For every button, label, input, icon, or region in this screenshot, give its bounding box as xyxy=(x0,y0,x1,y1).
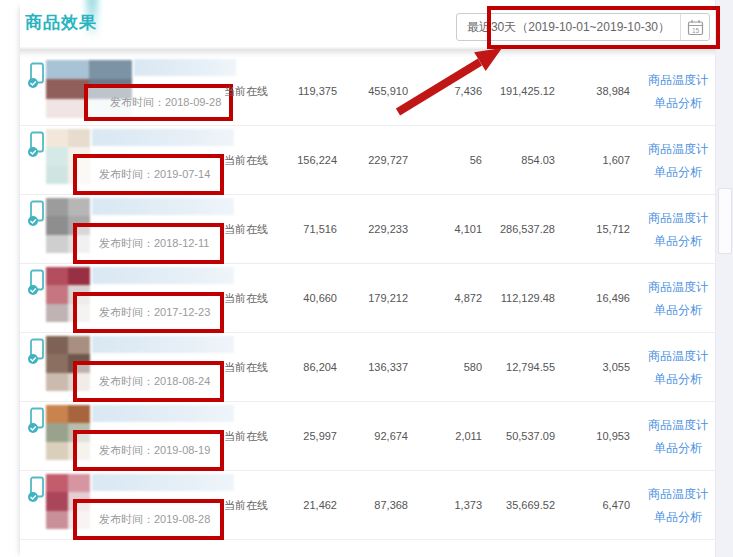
metric-value-3: 4,872 xyxy=(418,264,482,332)
row-actions: 商品温度计 单品分析 xyxy=(638,57,718,125)
publish-date: 发布时间：2018-09-28 xyxy=(88,95,221,110)
metric-value-3: 2,011 xyxy=(418,402,482,470)
product-effect-panel: 商品效果 最近30天（2019-10-01~2019-10-30） 15 xyxy=(20,0,715,557)
metric-value-4: 112,129.48 xyxy=(482,264,555,332)
link-product-thermometer[interactable]: 商品温度计 xyxy=(648,346,708,366)
metric-value-1: 21,462 xyxy=(260,471,337,539)
product-row: 发布时间：2019-07-14 当前在线 156,224 229,727 56 … xyxy=(20,126,715,195)
device-check-icon xyxy=(27,407,47,434)
link-product-thermometer[interactable]: 商品温度计 xyxy=(648,415,708,435)
link-product-thermometer[interactable]: 商品温度计 xyxy=(648,208,708,228)
metric-value-4: 286,537.28 xyxy=(482,195,555,263)
metric-value-3: 7,436 xyxy=(418,57,482,125)
product-title-blurred xyxy=(92,267,234,284)
metric-value-2: 455,910 xyxy=(342,57,408,125)
metric-value-4: 854.03 xyxy=(482,126,555,194)
metric-value-4: 12,794.55 xyxy=(482,333,555,401)
row-actions: 商品温度计 单品分析 xyxy=(638,333,718,401)
metric-value-1: 86,204 xyxy=(260,333,337,401)
product-title-blurred xyxy=(92,129,234,146)
device-check-icon xyxy=(27,200,47,227)
metric-value-3: 1,373 xyxy=(418,471,482,539)
device-check-icon xyxy=(27,131,47,158)
publish-date: 发布时间：2019-08-28 xyxy=(77,512,210,527)
link-single-product-analysis[interactable]: 单品分析 xyxy=(654,507,702,527)
metric-value-1: 40,660 xyxy=(260,264,337,332)
publish-date: 发布时间：2018-08-24 xyxy=(77,374,210,389)
annotation-box-publish-date: 发布时间：2018-09-28 xyxy=(84,84,233,121)
product-row: 发布时间：2019-08-28 当前在线 21,462 87,368 1,373… xyxy=(20,471,715,540)
annotation-box-publish-date: 发布时间：2019-08-28 xyxy=(73,499,224,540)
metric-value-2: 229,727 xyxy=(342,126,408,194)
annotation-box-publish-date: 发布时间：2019-08-19 xyxy=(73,430,224,471)
publish-date: 发布时间：2019-08-19 xyxy=(77,443,210,458)
date-range-picker[interactable]: 最近30天（2019-10-01~2019-10-30） 15 xyxy=(456,13,710,41)
product-row: 发布时间：2019-08-19 当前在线 25,997 92,674 2,011… xyxy=(20,402,715,471)
product-title-blurred xyxy=(92,474,234,491)
metric-value-3: 580 xyxy=(418,333,482,401)
product-title-blurred xyxy=(134,59,236,76)
link-single-product-analysis[interactable]: 单品分析 xyxy=(654,369,702,389)
metric-value-5: 6,470 xyxy=(567,471,630,539)
panel-header: 商品效果 最近30天（2019-10-01~2019-10-30） 15 xyxy=(20,0,715,44)
product-row: 发布时间：2018-12-11 当前在线 71,516 229,233 4,10… xyxy=(20,195,715,264)
annotation-box-publish-date: 发布时间：2017-12-23 xyxy=(73,292,224,333)
metric-value-3: 4,101 xyxy=(418,195,482,263)
product-row: 发布时间：2017-12-23 当前在线 40,660 179,212 4,87… xyxy=(20,264,715,333)
link-single-product-analysis[interactable]: 单品分析 xyxy=(654,231,702,251)
link-product-thermometer[interactable]: 商品温度计 xyxy=(648,277,708,297)
link-single-product-analysis[interactable]: 单品分析 xyxy=(654,438,702,458)
metric-value-1: 156,224 xyxy=(260,126,337,194)
metric-value-4: 50,537.09 xyxy=(482,402,555,470)
annotation-box-publish-date: 发布时间：2018-12-11 xyxy=(73,223,224,264)
metric-value-4: 191,425.12 xyxy=(482,57,555,125)
publish-date: 发布时间：2017-12-23 xyxy=(77,305,210,320)
metric-value-5: 38,984 xyxy=(567,57,630,125)
link-product-thermometer[interactable]: 商品温度计 xyxy=(648,484,708,504)
row-actions: 商品温度计 单品分析 xyxy=(638,126,718,194)
calendar-icon[interactable]: 15 xyxy=(680,14,709,40)
scrollbar-thumb[interactable] xyxy=(718,188,732,254)
metric-value-5: 15,712 xyxy=(567,195,630,263)
metric-value-1: 119,375 xyxy=(260,57,337,125)
annotation-box-publish-date: 发布时间：2019-07-14 xyxy=(73,154,224,195)
metric-value-5: 10,953 xyxy=(567,402,630,470)
device-check-icon xyxy=(27,62,47,89)
link-single-product-analysis[interactable]: 单品分析 xyxy=(654,162,702,182)
product-title-blurred xyxy=(92,405,234,422)
device-check-icon xyxy=(27,476,47,503)
metric-value-3: 56 xyxy=(418,126,482,194)
product-row: 发布时间：2018-09-28 当前在线 119,375 455,910 7,4… xyxy=(20,57,715,126)
publish-date: 发布时间：2018-12-11 xyxy=(77,236,209,251)
metric-value-2: 92,674 xyxy=(342,402,408,470)
annotation-box-publish-date: 发布时间：2018-08-24 xyxy=(73,361,224,402)
row-actions: 商品温度计 单品分析 xyxy=(638,195,718,263)
metric-value-2: 229,233 xyxy=(342,195,408,263)
header-divider xyxy=(20,44,715,57)
metric-value-2: 87,368 xyxy=(342,471,408,539)
device-check-icon xyxy=(27,269,47,296)
metric-value-4: 35,669.52 xyxy=(482,471,555,539)
row-actions: 商品温度计 单品分析 xyxy=(638,264,718,332)
product-title-blurred xyxy=(92,198,234,215)
product-row: 发布时间：2018-08-24 当前在线 86,204 136,337 580 … xyxy=(20,333,715,402)
link-product-thermometer[interactable]: 商品温度计 xyxy=(648,139,708,159)
publish-date: 发布时间：2019-07-14 xyxy=(77,167,210,182)
metric-value-2: 136,337 xyxy=(342,333,408,401)
link-single-product-analysis[interactable]: 单品分析 xyxy=(654,93,702,113)
metric-value-5: 3,055 xyxy=(567,333,630,401)
date-range-value[interactable]: 最近30天（2019-10-01~2019-10-30） xyxy=(457,14,680,40)
product-table: 发布时间：2018-09-28 当前在线 119,375 455,910 7,4… xyxy=(20,57,715,540)
row-actions: 商品温度计 单品分析 xyxy=(638,471,718,539)
row-actions: 商品温度计 单品分析 xyxy=(638,402,718,470)
calendar-day-text: 15 xyxy=(691,26,699,33)
link-product-thermometer[interactable]: 商品温度计 xyxy=(648,70,708,90)
page-title: 商品效果 xyxy=(25,11,97,34)
metric-value-5: 1,607 xyxy=(567,126,630,194)
product-title-blurred xyxy=(92,336,234,353)
metric-value-1: 25,997 xyxy=(260,402,337,470)
metric-value-5: 16,496 xyxy=(567,264,630,332)
metric-value-2: 179,212 xyxy=(342,264,408,332)
link-single-product-analysis[interactable]: 单品分析 xyxy=(654,300,702,320)
metric-value-1: 71,516 xyxy=(260,195,337,263)
